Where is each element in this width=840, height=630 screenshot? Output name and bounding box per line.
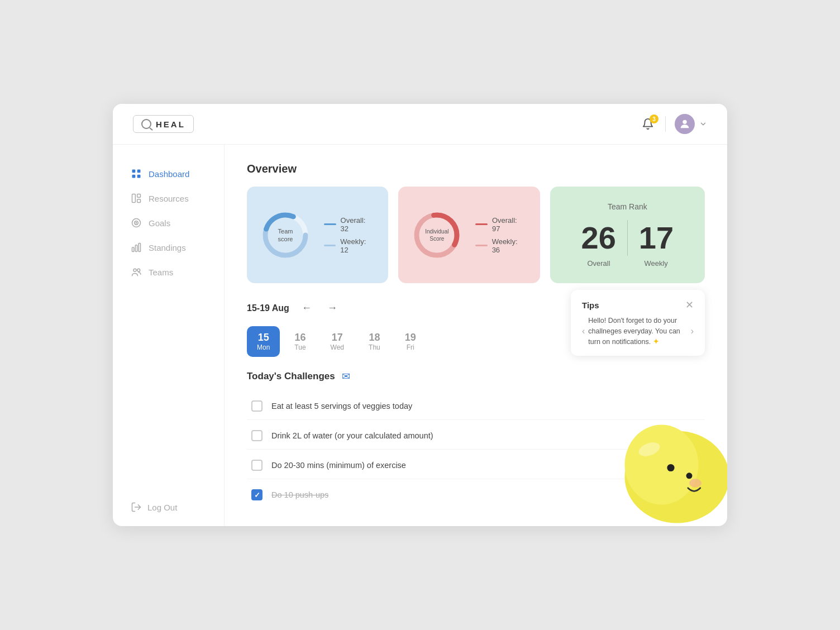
day-tab-tue[interactable]: 16Tue — [284, 326, 316, 357]
header: HEAL 3 — [113, 104, 727, 145]
app-container: HEAL 3 — [113, 104, 727, 526]
svg-point-0 — [682, 120, 686, 124]
sidebar-item-standings[interactable]: Standings — [113, 236, 224, 259]
sidebar-nav: Dashboard Resources — [113, 163, 224, 283]
next-week-button[interactable]: → — [324, 301, 341, 315]
weekly-line — [324, 245, 336, 246]
individual-overall-label: Overall: 97 — [492, 216, 527, 233]
svg-rect-2 — [137, 170, 141, 173]
team-score-legend: Overall: 32 Weekly: 12 — [324, 216, 375, 254]
team-rank-card: Team Rank 26 17 Overall Weekly — [550, 187, 705, 283]
rank-overall-number: 26 — [581, 222, 616, 254]
svg-rect-12 — [135, 245, 137, 252]
challenge-text-3: Do 10 push-ups — [271, 490, 328, 499]
tips-title: Tips — [582, 300, 599, 310]
logo: HEAL — [133, 115, 194, 133]
rank-weekly-sublabel: Weekly — [627, 259, 685, 268]
overview-title: Overview — [247, 163, 705, 175]
sidebar-label-goals: Goals — [149, 218, 170, 228]
mail-icon: ✉ — [342, 370, 350, 383]
day-tab-wed[interactable]: 17Wed — [321, 326, 354, 357]
svg-rect-5 — [132, 194, 136, 203]
team-score-donut: Team score — [260, 210, 311, 260]
user-menu-button[interactable] — [675, 114, 707, 134]
svg-rect-1 — [132, 170, 136, 173]
individual-score-label: Individual Score — [424, 228, 450, 242]
logout-label: Log Out — [147, 503, 177, 512]
day-tab-fri[interactable]: 19Fri — [395, 326, 426, 357]
header-right: 3 — [639, 114, 707, 134]
logout-button[interactable]: Log Out — [131, 502, 177, 513]
overall-line — [324, 223, 336, 225]
challenges-title: Today's Challenges — [247, 371, 335, 382]
main-content: Overview Team score — [225, 145, 727, 526]
score-cards: Team score Overall: 32 Weekly: 12 — [247, 187, 705, 283]
sidebar-label-standings: Standings — [149, 243, 186, 252]
rank-numbers: 26 17 — [570, 220, 685, 256]
avatar — [675, 114, 695, 134]
challenge-checkbox-0[interactable] — [251, 400, 262, 412]
challenge-item: Eat at least 5 servings of veggies today — [247, 393, 705, 420]
svg-rect-7 — [137, 199, 141, 203]
logout-icon — [131, 502, 142, 513]
challenge-checkbox-2[interactable] — [251, 460, 262, 471]
sidebar-label-teams: Teams — [149, 268, 173, 277]
tips-prev-button[interactable]: ‹ — [582, 326, 585, 336]
sidebar-item-goals[interactable]: Goals — [113, 212, 224, 234]
tips-header: Tips ✕ — [582, 300, 694, 310]
header-divider — [665, 116, 666, 132]
team-score-label: Team score — [273, 227, 298, 243]
tips-next-button[interactable]: › — [691, 326, 694, 336]
team-score-card: Team score Overall: 32 Weekly: 12 — [247, 187, 388, 283]
logo-icon — [141, 119, 151, 129]
day-tab-thu[interactable]: 18Thu — [359, 326, 390, 357]
notification-button[interactable]: 3 — [639, 116, 656, 132]
challenge-checkbox-1[interactable] — [251, 430, 262, 441]
standings-icon — [131, 242, 142, 253]
individual-weekly-label: Weekly: 36 — [492, 237, 527, 254]
challenge-checkbox-3[interactable] — [251, 489, 262, 500]
individual-weekly-line — [475, 245, 487, 246]
day-tab-mon[interactable]: 15Mon — [247, 326, 280, 357]
sidebar-item-teams[interactable]: Teams — [113, 261, 224, 283]
teams-icon — [131, 266, 142, 278]
sidebar-item-dashboard[interactable]: Dashboard — [113, 163, 224, 185]
rank-weekly-number: 17 — [639, 222, 674, 254]
tips-box: Tips ✕ ‹ Hello! Don't forget to do your … — [571, 290, 705, 356]
sidebar-footer: Log Out — [113, 502, 224, 513]
team-overall-legend: Overall: 32 — [324, 216, 375, 233]
svg-point-15 — [137, 269, 140, 271]
challenge-text-0: Eat at least 5 servings of veggies today — [271, 402, 412, 411]
challenge-text-1: Drink 2L of water (or your calculated am… — [271, 431, 433, 440]
challenges-section: Today's Challenges ✉ Eat at least 5 serv… — [247, 370, 705, 508]
individual-overall-legend: Overall: 97 — [475, 216, 526, 233]
tips-text: Hello! Don't forget to do your challnege… — [588, 316, 687, 347]
team-weekly-legend: Weekly: 12 — [324, 237, 375, 254]
tips-body: ‹ Hello! Don't forget to do your challne… — [582, 316, 694, 347]
team-overall-label: Overall: 32 — [341, 216, 375, 233]
dashboard-icon — [131, 168, 142, 179]
svg-point-10 — [136, 222, 137, 223]
svg-rect-11 — [132, 247, 134, 252]
tips-close-button[interactable]: ✕ — [685, 300, 694, 310]
date-range-label: 15-19 Aug — [247, 303, 289, 313]
individual-overall-line — [475, 223, 488, 225]
individual-score-legend: Overall: 97 Weekly: 36 — [475, 216, 526, 254]
individual-score-donut: Individual Score — [412, 210, 462, 260]
challenge-text-2: Do 20-30 mins (minimum) of exercise — [271, 461, 406, 470]
prev-week-button[interactable]: ← — [298, 301, 315, 315]
team-rank-label: Team Rank — [608, 202, 647, 211]
challenge-item: Do 20-30 mins (minimum) of exercise — [247, 452, 705, 479]
sidebar-label-dashboard: Dashboard — [149, 169, 189, 179]
tips-highlight: ✦ — [653, 338, 659, 346]
chevron-down-icon — [699, 120, 707, 128]
svg-point-14 — [133, 269, 136, 271]
svg-rect-13 — [139, 244, 140, 252]
sidebar-item-resources[interactable]: Resources — [113, 187, 224, 209]
notification-badge: 3 — [650, 114, 658, 123]
challenge-item: Do 10 push-ups — [247, 481, 705, 508]
logo-text: HEAL — [156, 120, 185, 129]
challenge-list: Eat at least 5 servings of veggies today… — [247, 393, 705, 508]
resources-icon — [131, 193, 142, 204]
challenge-item: Drink 2L of water (or your calculated am… — [247, 422, 705, 450]
